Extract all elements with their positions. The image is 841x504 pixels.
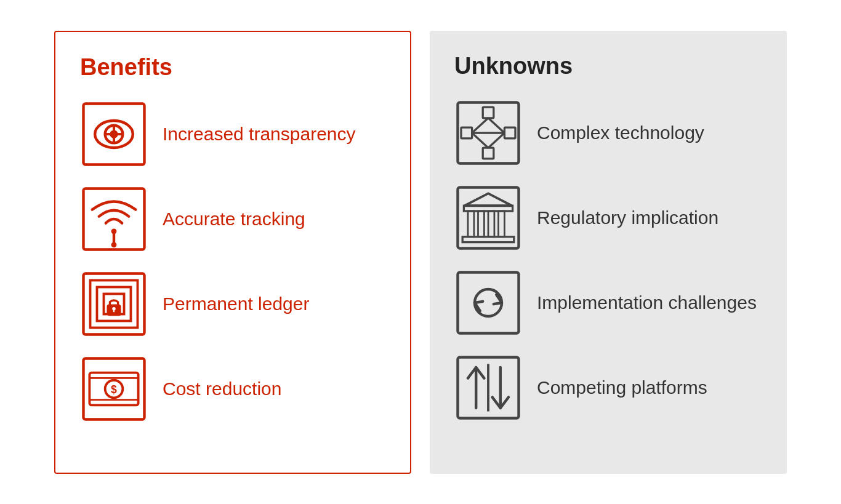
svg-line-30 [472, 133, 488, 148]
svg-rect-36 [468, 211, 474, 237]
benefits-item-ledger: Permanent ledger [80, 270, 385, 338]
unknowns-item-technology: Complex technology [454, 99, 762, 167]
benefits-title: Benefits [80, 54, 385, 81]
technology-label: Complex technology [537, 121, 704, 145]
unknowns-panel: Unknowns [430, 31, 787, 474]
signal-icon [80, 185, 148, 253]
layers-lock-icon [80, 270, 148, 338]
ledger-label: Permanent ledger [163, 292, 309, 316]
svg-marker-34 [465, 193, 512, 206]
eye-icon [80, 100, 148, 168]
svg-rect-24 [483, 107, 494, 118]
benefits-item-transparency: Increased transparency [80, 100, 385, 168]
benefits-item-cost: $ Cost reduction [80, 355, 385, 423]
platforms-label: Competing platforms [537, 375, 707, 399]
benefits-panel: Benefits Increased transparency [54, 31, 411, 474]
unknowns-item-regulatory: Regulatory implication [454, 184, 762, 252]
svg-line-29 [488, 118, 504, 132]
unknowns-title: Unknowns [454, 53, 762, 79]
svg-rect-40 [462, 236, 514, 242]
svg-point-5 [110, 130, 118, 138]
svg-rect-39 [499, 211, 505, 237]
svg-rect-25 [461, 127, 472, 138]
svg-rect-27 [483, 148, 494, 159]
unknowns-item-platforms: Competing platforms [454, 354, 762, 422]
svg-line-28 [472, 118, 488, 132]
cost-label: Cost reduction [163, 377, 281, 401]
svg-rect-16 [113, 308, 115, 312]
svg-point-9 [111, 242, 117, 247]
svg-rect-41 [458, 272, 519, 333]
tracking-label: Accurate tracking [163, 207, 305, 231]
network-icon [454, 99, 522, 167]
cycle-icon [454, 269, 522, 337]
svg-rect-10 [84, 273, 145, 334]
unknowns-item-implementation: Implementation challenges [454, 269, 762, 337]
building-icon [454, 184, 522, 252]
svg-rect-38 [488, 211, 494, 237]
benefits-item-tracking: Accurate tracking [80, 185, 385, 253]
svg-rect-26 [504, 127, 515, 138]
transparency-label: Increased transparency [163, 122, 356, 146]
implementation-label: Implementation challenges [537, 290, 757, 314]
regulatory-label: Regulatory implication [537, 206, 718, 230]
arrows-updown-icon [454, 354, 522, 422]
money-icon: $ [80, 355, 148, 423]
svg-text:$: $ [111, 383, 117, 395]
svg-rect-37 [478, 211, 485, 237]
page-container: Benefits Increased transparency [0, 0, 841, 504]
svg-line-31 [488, 133, 504, 148]
